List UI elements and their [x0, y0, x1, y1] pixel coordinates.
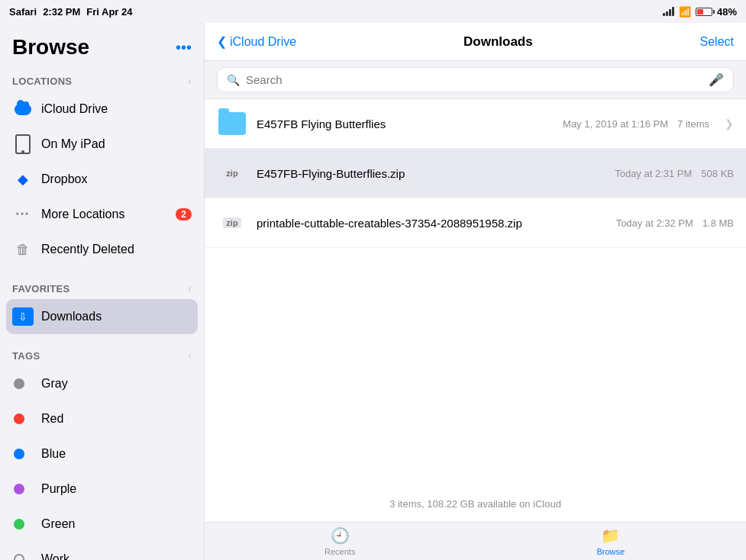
tag-work-icon	[12, 549, 34, 560]
sidebar-title: Browse	[12, 35, 89, 60]
file-row-right: Today at 2:31 PM 508 KB	[615, 168, 734, 179]
table-row[interactable]: E457FB Flying Butterflies May 1, 2019 at…	[205, 99, 746, 149]
recents-icon: 🕘	[331, 526, 350, 545]
zip-icon-area: zip	[217, 158, 247, 188]
search-bar: 🔍 🎤	[205, 61, 746, 99]
folder-icon-area	[217, 108, 247, 139]
tab-bar: 🕘 Recents 📁 Browse	[205, 522, 746, 560]
favorites-label: Favorites	[12, 283, 69, 294]
dropbox-label: Dropbox	[41, 172, 192, 186]
search-input[interactable]	[246, 73, 702, 86]
tag-blue-icon	[12, 443, 34, 465]
table-row[interactable]: zip printable-cuttable-creatables-37354-…	[205, 198, 746, 248]
tags-section-header: Tags ‹	[0, 340, 204, 366]
tag-gray-icon	[12, 373, 34, 394]
browse-icon: 📁	[601, 526, 620, 545]
sidebar-item-recently-deleted[interactable]: 🗑 Recently Deleted	[0, 232, 204, 267]
sidebar-item-more-locations[interactable]: ••• More Locations 2	[0, 197, 204, 232]
zip-icon-area: zip	[217, 208, 247, 238]
sidebar-item-ipad[interactable]: On My iPad	[0, 127, 204, 162]
battery-icon	[696, 8, 712, 16]
sidebar-item-tag-red[interactable]: Red	[0, 401, 204, 436]
sidebar-item-downloads[interactable]: ⇩ Downloads	[6, 299, 198, 334]
sidebar-item-tag-work[interactable]: Work	[0, 542, 204, 560]
file-info: printable-cuttable-creatables-37354-2088…	[257, 217, 616, 230]
browse-label: Browse	[596, 547, 625, 556]
tab-browse[interactable]: 📁 Browse	[476, 523, 747, 559]
tags-label: Tags	[12, 350, 40, 362]
file-name: E457FB Flying Butterflies	[257, 117, 563, 130]
more-locations-label: More Locations	[41, 208, 176, 221]
nav-title: Downloads	[296, 34, 699, 50]
tag-red-label: Red	[41, 412, 192, 426]
favorites-chevron-icon[interactable]: ‹	[188, 282, 192, 294]
chevron-left-icon: ❮	[217, 34, 227, 49]
sidebar-more-button[interactable]: •••	[176, 39, 192, 56]
sidebar-item-tag-blue[interactable]: Blue	[0, 436, 204, 471]
more-locations-badge: 2	[176, 208, 192, 220]
file-size: 508 KB	[701, 168, 734, 179]
sidebar-header: Browse •••	[0, 23, 204, 66]
folder-icon	[218, 112, 246, 135]
favorites-section-header: Favorites ‹	[0, 273, 204, 299]
battery-percent: 48%	[717, 6, 737, 18]
recently-deleted-label: Recently Deleted	[41, 243, 192, 256]
app-name: Safari	[9, 6, 37, 18]
select-button[interactable]: Select	[700, 35, 734, 49]
tag-gray-label: Gray	[41, 377, 192, 391]
status-time: 2:32 PM	[43, 6, 80, 18]
status-bar-right: 📶 48%	[663, 6, 737, 18]
recents-label: Recents	[325, 547, 355, 556]
tag-purple-icon	[12, 478, 34, 500]
storage-info: 3 items, 108.22 GB available on iCloud	[205, 486, 746, 522]
file-size: 1.8 MB	[702, 217, 734, 229]
file-row-right: Today at 2:32 PM 1.8 MB	[616, 217, 734, 229]
signal-icon	[663, 7, 674, 16]
tag-blue-label: Blue	[41, 447, 192, 461]
main-content: ❮ iCloud Drive Downloads Select 🔍 🎤	[205, 23, 746, 560]
ipad-icon	[12, 134, 34, 155]
icloud-label: iCloud Drive	[41, 102, 192, 116]
wifi-icon: 📶	[679, 6, 691, 18]
dropbox-icon: ◆	[12, 169, 34, 190]
file-list: E457FB Flying Butterflies May 1, 2019 at…	[205, 99, 746, 486]
locations-label: Locations	[12, 76, 72, 87]
tag-purple-label: Purple	[41, 482, 192, 496]
sidebar-item-icloud[interactable]: iCloud Drive	[0, 92, 204, 127]
sidebar-item-tag-gray[interactable]: Gray	[0, 366, 204, 401]
zip-badge: zip	[223, 217, 241, 228]
storage-info-text: 3 items, 108.22 GB available on iCloud	[389, 498, 561, 510]
file-info: E457FB-Flying-Butterflies.zip	[257, 167, 615, 180]
nav-back-label: iCloud Drive	[230, 35, 296, 49]
file-items-count: 7 items	[677, 118, 709, 130]
status-bar-left: Safari 2:32 PM Fri Apr 24	[9, 6, 132, 18]
file-info: E457FB Flying Butterflies	[257, 117, 563, 130]
status-bar: Safari 2:32 PM Fri Apr 24 📶 48%	[0, 0, 746, 23]
file-name: printable-cuttable-creatables-37354-2088…	[257, 217, 616, 230]
sidebar-item-dropbox[interactable]: ◆ Dropbox	[0, 162, 204, 197]
nav-back-button[interactable]: ❮ iCloud Drive	[217, 34, 296, 49]
tags-chevron-icon[interactable]: ‹	[188, 349, 192, 362]
sidebar-item-tag-green[interactable]: Green	[0, 507, 204, 542]
file-name: E457FB-Flying-Butterflies.zip	[257, 167, 615, 180]
tab-recents[interactable]: 🕘 Recents	[205, 523, 476, 559]
tag-green-icon	[12, 513, 34, 535]
locations-chevron-icon[interactable]: ‹	[188, 75, 192, 87]
nav-bar: ❮ iCloud Drive Downloads Select	[205, 23, 746, 61]
file-date: Today at 2:31 PM	[615, 168, 692, 179]
file-row-right: May 1, 2019 at 1:16 PM 7 items ❯	[563, 117, 734, 130]
status-date: Fri Apr 24	[86, 6, 132, 18]
app-container: Browse ••• Locations ‹ iCloud Drive On M…	[0, 23, 746, 560]
more-locations-icon: •••	[12, 204, 34, 225]
main-content-body: E457FB Flying Butterflies May 1, 2019 at…	[205, 99, 746, 522]
table-row[interactable]: zip E457FB-Flying-Butterflies.zip Today …	[205, 149, 746, 198]
icloud-icon	[12, 98, 34, 120]
tag-red-icon	[12, 408, 34, 430]
file-date: Today at 2:32 PM	[616, 217, 693, 229]
locations-section-header: Locations ‹	[0, 66, 204, 92]
microphone-icon[interactable]: 🎤	[709, 72, 724, 87]
sidebar-item-tag-purple[interactable]: Purple	[0, 471, 204, 507]
search-icon: 🔍	[227, 74, 240, 86]
downloads-label: Downloads	[41, 310, 192, 323]
search-input-wrap: 🔍 🎤	[217, 67, 734, 92]
